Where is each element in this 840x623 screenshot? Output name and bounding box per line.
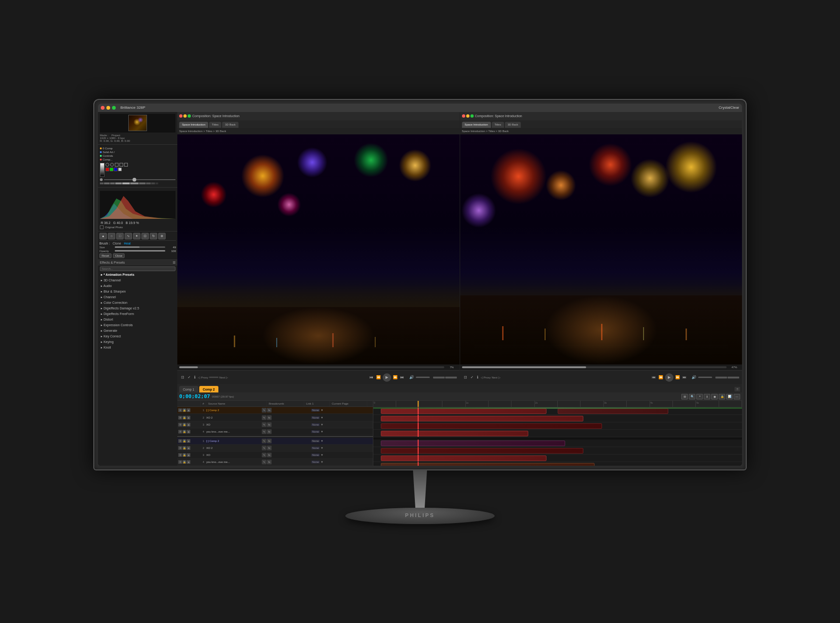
play-btn-left[interactable]: ▶ xyxy=(383,373,391,382)
comp-green-left[interactable] xyxy=(188,114,191,118)
effects-search[interactable] xyxy=(100,266,175,271)
comp-yellow-right[interactable] xyxy=(466,114,469,118)
eye-7[interactable]: 👁 xyxy=(178,460,182,464)
tl-graph[interactable]: 📊 xyxy=(726,394,733,399)
tool-lasso[interactable]: ∿ xyxy=(125,233,132,239)
preset-knoll[interactable]: ▸ Knoll xyxy=(98,345,177,350)
fx-pencil-6[interactable]: ✎ xyxy=(262,453,266,457)
block-7[interactable] xyxy=(381,463,595,466)
lock-6[interactable]: 🔒 xyxy=(182,453,186,457)
preset-keying[interactable]: ▸ Keying xyxy=(98,339,177,345)
lock-5[interactable]: 🔒 xyxy=(182,446,186,450)
info-btn-right[interactable]: ℹ xyxy=(476,374,479,380)
traffic-green[interactable] xyxy=(112,106,116,110)
check-btn-left[interactable]: ✓ xyxy=(187,374,192,380)
solo-7[interactable]: ◉ xyxy=(187,460,190,464)
comp-tab-space-right[interactable]: Space Introduction xyxy=(462,122,491,128)
lock-7[interactable]: 🔒 xyxy=(182,460,186,464)
fx-fx-3[interactable]: fx xyxy=(267,429,272,434)
toggle-btn-right[interactable]: ⊡ xyxy=(463,374,468,380)
tool-magic[interactable]: ✦ xyxy=(133,233,140,239)
eye-5[interactable]: 👁 xyxy=(178,446,182,450)
step-back-left[interactable]: ⏪ xyxy=(375,374,382,380)
tab-comp1[interactable]: Comp 1 xyxy=(179,386,198,392)
comp-tab-titles-right[interactable]: Titles xyxy=(492,122,504,128)
info-btn-left[interactable]: ℹ xyxy=(193,374,196,380)
preset-audio[interactable]: ▸ Audio xyxy=(98,283,177,289)
tool-zoom[interactable]: ⊕ xyxy=(158,233,166,239)
comp-red-left[interactable] xyxy=(179,114,182,118)
solo-4[interactable]: ◉ xyxy=(187,439,190,443)
preset-channel[interactable]: ▸ Channel xyxy=(98,294,177,300)
next-frame-right[interactable]: ⏭ xyxy=(682,374,687,380)
fx-fx-7[interactable]: fx xyxy=(267,460,272,464)
eye-3[interactable]: 👁 xyxy=(178,430,182,434)
lock-1[interactable]: 🔒 xyxy=(182,416,186,420)
tl-more[interactable]: ⋯ xyxy=(734,394,740,399)
tl-search[interactable]: 🔍 xyxy=(689,394,695,399)
preset-distort[interactable]: ▸ Distort xyxy=(98,317,177,322)
solo-3[interactable]: ◉ xyxy=(187,430,190,434)
lock-0[interactable]: 🔒 xyxy=(182,408,186,412)
lock-3[interactable]: 🔒 xyxy=(182,430,186,434)
brush-clone[interactable]: Clone xyxy=(112,242,121,245)
solo-6[interactable]: ◉ xyxy=(187,453,190,457)
block-0-2[interactable] xyxy=(558,408,668,414)
prev-frame-left[interactable]: ⏮ xyxy=(369,374,374,380)
fx-fx-1[interactable]: fx xyxy=(267,415,272,420)
tool-rotate[interactable]: ↻ xyxy=(150,233,157,239)
lock-2[interactable]: 🔒 xyxy=(182,423,186,427)
fx-fx-5[interactable]: fx xyxy=(267,446,272,450)
preset-digieffects-freeform[interactable]: ▸ Digieffects FreeForm xyxy=(98,311,177,317)
fx-pencil-0[interactable]: ✎ xyxy=(262,408,266,413)
tool-select[interactable]: ▲ xyxy=(99,233,107,239)
tl-toggle-view[interactable]: ⊞ xyxy=(681,394,688,399)
fx-fx-2[interactable]: fx xyxy=(267,422,272,427)
tl-magnet[interactable]: ⌖ xyxy=(696,394,703,399)
eye-6[interactable]: 👁 xyxy=(178,453,182,457)
traffic-red[interactable] xyxy=(101,106,105,110)
tl-info[interactable]: ℹ xyxy=(704,394,710,399)
eye-1[interactable]: 👁 xyxy=(178,416,182,420)
preset-key-correct[interactable]: ▸ Key Correct xyxy=(98,334,177,339)
fx-pencil-5[interactable]: ✎ xyxy=(262,446,266,450)
preset-expression[interactable]: ▸ Expression Controls xyxy=(98,322,177,328)
next-frame-left[interactable]: ⏭ xyxy=(399,374,405,380)
comp-yellow-left[interactable] xyxy=(183,114,187,118)
eye-2[interactable]: 👁 xyxy=(178,423,182,427)
eye-0[interactable]: 👁 xyxy=(178,408,182,412)
tab-comp2[interactable]: Comp 2 xyxy=(199,386,219,392)
tool-crop[interactable]: ⊡ xyxy=(141,233,149,239)
block-6[interactable] xyxy=(381,455,547,461)
size-slider[interactable] xyxy=(115,246,165,248)
block-5[interactable] xyxy=(381,448,584,454)
check-btn-right[interactable]: ✓ xyxy=(469,374,475,380)
fx-pencil-2[interactable]: ✎ xyxy=(262,422,266,427)
solo-0[interactable]: ◉ xyxy=(187,408,190,412)
tool-circle[interactable]: ○ xyxy=(108,233,115,239)
tl-solo[interactable]: ◉ xyxy=(711,394,718,399)
solo-5[interactable]: ◉ xyxy=(187,446,190,450)
volume-slider-left[interactable] xyxy=(416,377,430,378)
block-2[interactable] xyxy=(381,423,602,429)
block-1[interactable] xyxy=(381,416,584,421)
step-back-right[interactable]: ⏪ xyxy=(658,374,664,380)
fx-fx-6[interactable]: fx xyxy=(267,453,272,457)
tool-rect[interactable]: □ xyxy=(116,233,124,239)
reset-button[interactable]: Reset xyxy=(99,253,112,258)
play-btn-right[interactable]: ▶ xyxy=(665,373,673,382)
comp-red-right[interactable] xyxy=(462,114,465,118)
fx-fx-0[interactable]: fx xyxy=(267,408,272,413)
tl-options[interactable]: ☰ xyxy=(735,387,740,392)
preset-color-correction[interactable]: ▸ Color Correction xyxy=(98,300,177,306)
volume-slider-right[interactable] xyxy=(698,377,712,378)
solo-1[interactable]: ◉ xyxy=(187,416,190,420)
step-fwd-right[interactable]: ⏩ xyxy=(674,374,681,380)
prev-frame-right[interactable]: ⏮ xyxy=(651,374,657,380)
comp-tab-space-left[interactable]: Space Introduction xyxy=(179,122,208,128)
comp-green-right[interactable] xyxy=(470,114,474,118)
comp-tab-3dback-left[interactable]: 3D Back xyxy=(222,122,238,128)
effects-menu[interactable]: ☰ xyxy=(173,261,175,265)
traffic-yellow[interactable] xyxy=(106,106,110,110)
volume-btn-left[interactable]: 🔊 xyxy=(408,374,415,380)
